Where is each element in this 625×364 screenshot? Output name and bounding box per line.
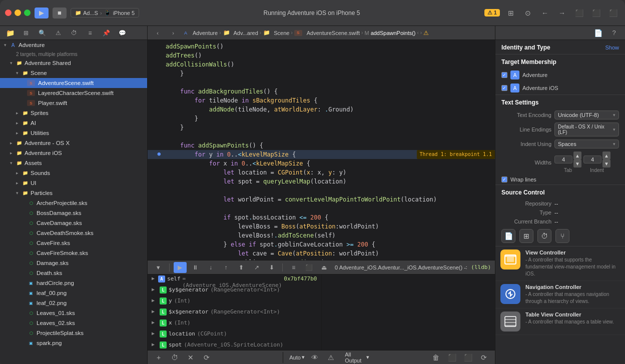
diff-icon[interactable]: ⊞: [519, 229, 533, 243]
sidebar-item-cavedeathsmoke[interactable]: ⬡ CaveDeathSmoke.sks: [0, 228, 147, 238]
debug-console-pane[interactable]: [322, 274, 495, 350]
tab-width-input[interactable]: [554, 156, 572, 164]
nav-forward-button[interactable]: ›: [166, 28, 180, 38]
inspector-help-btn[interactable]: ?: [607, 28, 621, 38]
group-btn[interactable]: ⊞: [19, 28, 33, 38]
sidebar-item-adventure-root[interactable]: A Adventure: [0, 40, 147, 50]
split-view-2[interactable]: ⬛: [461, 352, 475, 363]
debug-step-over[interactable]: ⏸: [189, 262, 202, 273]
sidebar-item-ai[interactable]: 📁 AI: [0, 118, 147, 128]
debug-var-location[interactable]: ▶ L location (CGPoint): [148, 330, 321, 340]
indent-width-input[interactable]: [583, 156, 601, 164]
split-view-1[interactable]: ⬛: [445, 352, 459, 363]
eye-button[interactable]: 👁: [309, 352, 321, 363]
forward-button[interactable]: →: [555, 8, 569, 18]
bc-scene[interactable]: Scene: [274, 30, 289, 36]
pin-btn[interactable]: 📌: [99, 28, 113, 38]
warning-badge[interactable]: ⚠ 1: [484, 9, 500, 16]
profile-button[interactable]: ⊙: [521, 8, 535, 18]
sidebar-item-death[interactable]: ⬡ Death.sks: [0, 268, 147, 278]
checkbox-adventure[interactable]: [501, 72, 507, 78]
sidebar-right-button[interactable]: ⬛: [606, 8, 620, 18]
tab-up-btn[interactable]: ▲: [573, 152, 581, 160]
sidebar-item-utilities[interactable]: 📁 Utilities: [0, 128, 147, 138]
sync-button[interactable]: ⟳: [200, 352, 214, 363]
sidebar-item-sounds[interactable]: 📁 Sounds: [0, 168, 147, 178]
sidebar-item-bossdmg[interactable]: ⬡ BossDamage.sks: [0, 208, 147, 218]
device-selector[interactable]: 📁 Ad...S › 📱 iPhone 5: [71, 8, 139, 18]
bubble-btn[interactable]: 💬: [115, 28, 129, 38]
sidebar-item-cavefire[interactable]: ⬡ CaveFire.sks: [0, 238, 147, 248]
sidebar-item-assets[interactable]: 📁 Assets: [0, 158, 147, 168]
stop-button[interactable]: ■: [53, 8, 67, 18]
debug-jump[interactable]: ⬛: [302, 262, 316, 273]
search-btn[interactable]: 🔍: [35, 28, 49, 38]
sidebar-item-spark[interactable]: ▣ spark.png: [0, 338, 147, 348]
code-editor[interactable]: addSpawnPoints() addTrees() addCollision…: [148, 40, 495, 260]
warning-btn[interactable]: ⚠: [51, 28, 65, 38]
indent-down-btn[interactable]: ▼: [602, 160, 610, 168]
sidebar-item-leaves02[interactable]: ⬡ Leaves_02.sks: [0, 318, 147, 328]
sidebar-item-particles[interactable]: 📁 Particles: [0, 188, 147, 198]
line-endings-select[interactable]: Default - OS X / Unix (LF): [554, 122, 619, 136]
debug-run-btn[interactable]: ▶: [174, 262, 187, 273]
add-file-button[interactable]: +: [152, 352, 166, 363]
doc-icon[interactable]: 📄: [501, 229, 515, 243]
debug-step-inst[interactable]: ⬆: [235, 262, 248, 273]
debug-drawer-toggle[interactable]: ▼: [152, 262, 165, 273]
debug-info[interactable]: ⏏: [318, 262, 331, 273]
debug-viewmem[interactable]: ⬇: [265, 262, 279, 273]
grid-view-button[interactable]: ⊞: [504, 8, 518, 18]
editor-button[interactable]: ⬛: [589, 8, 603, 18]
sidebar-item-cavedmg[interactable]: ⬡ CaveDamage.sks: [0, 218, 147, 228]
filter-button[interactable]: ✕: [184, 352, 198, 363]
debug-var-self[interactable]: ▶ A self = (Adventure_iOS.AdventureScene…: [148, 274, 321, 286]
bc-shared[interactable]: Adv...ared: [234, 30, 258, 36]
debug-step-inst-over[interactable]: ↗: [250, 262, 263, 273]
sidebar-item-adventure-ios[interactable]: 📁 Adventure iOS: [0, 148, 147, 158]
debug-var-spot[interactable]: ▶ L spot (Adventure_iOS.SpriteLocation): [148, 340, 321, 350]
sidebar-left-button[interactable]: ⬛: [572, 8, 586, 18]
close-button[interactable]: [5, 10, 12, 16]
warning-filter-button[interactable]: ⚠: [325, 352, 337, 363]
indent-select[interactable]: Spaces: [554, 140, 619, 148]
debug-var-ygenerator[interactable]: ▶ L $y$generator (RangeGenerator<Int>): [148, 286, 321, 296]
debug-share[interactable]: ≡: [287, 262, 300, 273]
sidebar-item-damage[interactable]: ⬡ Damage.sks: [0, 258, 147, 268]
tab-down-btn[interactable]: ▼: [573, 160, 581, 168]
list-btn[interactable]: ≡: [83, 28, 97, 38]
sidebar-item-hardcircle[interactable]: ▣ hardCircle.png: [0, 278, 147, 288]
sidebar-item-adventure-osx[interactable]: 📁 Adventure - OS X: [0, 138, 147, 148]
bc-file[interactable]: AdventureScene.swift: [307, 30, 360, 36]
sidebar-item-adventurescene[interactable]: S AdventureScene.swift: [0, 78, 147, 88]
sidebar-item-adventure-shared[interactable]: 📁 Adventure Shared: [0, 58, 147, 68]
debug-var-xgenerator[interactable]: ▶ L $x$generator (RangeGenerator<Int>): [148, 308, 321, 318]
trash-button[interactable]: 🗑: [429, 352, 443, 363]
wrap-lines-checkbox[interactable]: [501, 176, 507, 182]
checkbox-ios[interactable]: [501, 85, 507, 91]
sidebar-item-cavefiresm[interactable]: ⬡ CaveFireSmoke.sks: [0, 248, 147, 258]
minimize-button[interactable]: [15, 10, 21, 16]
branch-icon[interactable]: ⑂: [555, 229, 569, 243]
play-button[interactable]: ▶: [35, 8, 49, 18]
auto-selector[interactable]: Auto ▾: [289, 354, 305, 360]
sidebar-item-archerprojfile[interactable]: ⬡ ArcherProjectile.sks: [0, 198, 147, 208]
history-btn[interactable]: ⏱: [67, 28, 81, 38]
back-button[interactable]: ←: [538, 8, 552, 18]
sidebar-item-leaf00[interactable]: ▣ leaf_00.png: [0, 288, 147, 298]
inspector-file-btn[interactable]: 📄: [591, 28, 605, 38]
history-button[interactable]: ⏱: [168, 352, 182, 363]
nav-back-button[interactable]: ‹: [151, 28, 165, 38]
show-button[interactable]: Show: [605, 44, 619, 50]
sidebar-item-leaves01[interactable]: ⬡ Leaves_01.sks: [0, 308, 147, 318]
sidebar-item-sprites[interactable]: 📁 Sprites: [0, 108, 147, 118]
indent-up-btn[interactable]: ▲: [602, 152, 610, 160]
clock-icon[interactable]: ⏱: [537, 229, 551, 243]
bc-method[interactable]: addSpawnPoints(): [371, 30, 416, 36]
encoding-select[interactable]: Unicode (UTF-8): [554, 110, 619, 120]
debug-step-out[interactable]: ↑: [219, 262, 233, 273]
sidebar-item-ui[interactable]: 📁 UI: [0, 178, 147, 188]
sidebar-item-layeredcharacterscene[interactable]: S LayeredCharacterScene.swift: [0, 88, 147, 98]
sidebar-item-player[interactable]: S Player.swift: [0, 98, 147, 108]
debug-step-in[interactable]: ↓: [204, 262, 218, 273]
